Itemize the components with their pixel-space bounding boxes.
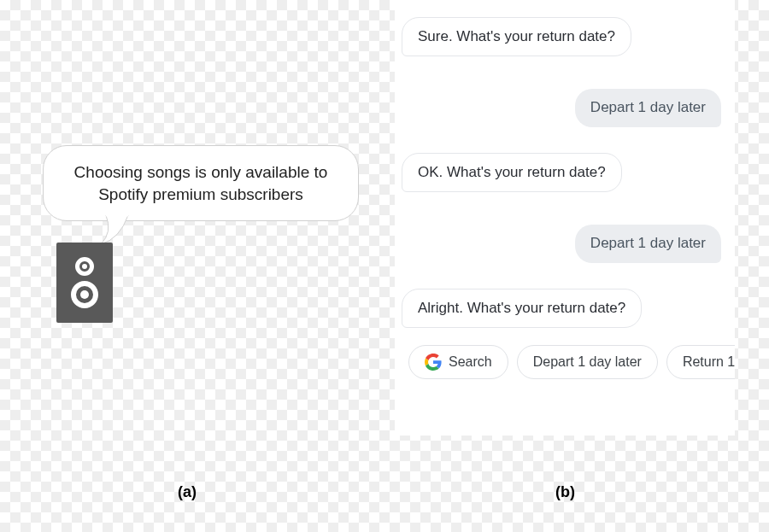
- bubble-line-1: Choosing songs is only available to: [64, 161, 338, 184]
- return-later-chip[interactable]: Return 1: [666, 345, 735, 379]
- message-row: Alright. What's your return date?: [402, 289, 735, 328]
- speaker-icon: [56, 243, 113, 323]
- message-row: Sure. What's your return date?: [402, 17, 735, 56]
- panel-b: Sure. What's your return date? Depart 1 …: [395, 0, 735, 436]
- search-chip[interactable]: Search: [408, 345, 508, 379]
- chat-conversation: Sure. What's your return date? Depart 1 …: [395, 0, 735, 436]
- message-row: Depart 1 day later: [402, 225, 735, 262]
- bot-message: Alright. What's your return date?: [402, 289, 642, 328]
- speaker-speech-bubble: Choosing songs is only available to Spot…: [43, 145, 359, 221]
- caption-b: (b): [555, 483, 575, 501]
- bot-message: OK. What's your return date?: [402, 153, 622, 192]
- chip-label: Search: [449, 354, 492, 370]
- panel-a: Choosing songs is only available to Spot…: [34, 145, 376, 367]
- bubble-line-2: Spotify premium subscribers: [64, 184, 338, 206]
- google-logo-icon: [425, 354, 442, 371]
- message-row: OK. What's your return date?: [402, 153, 735, 192]
- speech-bubble-tail: [101, 215, 135, 246]
- suggestion-chip-row: Search Depart 1 day later Return 1: [402, 345, 735, 379]
- user-message: Depart 1 day later: [575, 89, 721, 126]
- chip-label: Return 1: [683, 354, 735, 370]
- user-message: Depart 1 day later: [575, 225, 721, 262]
- caption-a: (a): [178, 483, 197, 501]
- message-row: Depart 1 day later: [402, 89, 735, 126]
- bot-message: Sure. What's your return date?: [402, 17, 631, 56]
- depart-later-chip[interactable]: Depart 1 day later: [517, 345, 658, 379]
- chip-label: Depart 1 day later: [533, 354, 642, 370]
